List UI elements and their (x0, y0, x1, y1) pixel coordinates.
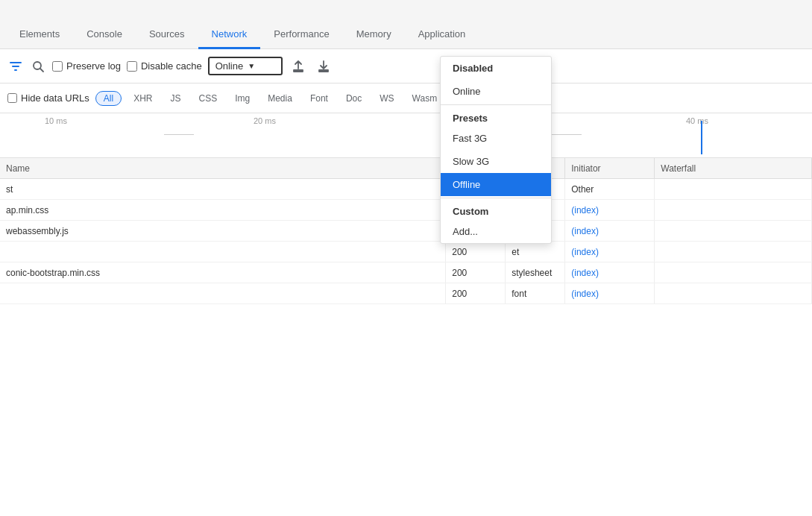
tab-network[interactable]: Network (198, 21, 261, 49)
initiator-link[interactable]: (index) (571, 205, 599, 215)
tab-performance[interactable]: Performance (260, 21, 342, 49)
dropdown-item-slow3g[interactable]: Slow 3G (441, 150, 551, 173)
td-status: 200 (446, 242, 506, 262)
filter-all-button[interactable]: All (95, 91, 122, 106)
disable-cache-label: Disable cache (141, 60, 202, 72)
dropdown-item-add[interactable]: Add... (441, 220, 551, 243)
td-initiator: (index) (565, 283, 655, 303)
td-name: st (0, 179, 446, 199)
td-initiator: Other (565, 179, 655, 199)
filter-ws[interactable]: WS (374, 92, 400, 105)
td-name: conic-bootstrap.min.css (0, 262, 446, 283)
hide-data-urls-input[interactable] (7, 93, 17, 103)
table-header: Name Status Type Initiator Waterfall (0, 158, 812, 179)
preserve-log-input[interactable] (52, 61, 63, 72)
initiator-link[interactable]: (index) (571, 268, 599, 278)
td-type: font (506, 283, 565, 303)
svg-line-1 (40, 69, 43, 72)
td-initiator: (index) (565, 200, 655, 220)
disable-cache-checkbox[interactable]: Disable cache (127, 60, 202, 72)
td-type: et (506, 242, 565, 262)
filter-doc[interactable]: Doc (340, 92, 368, 105)
th-initiator: Initiator (565, 158, 655, 178)
dropdown-divider-2 (441, 198, 551, 198)
table-row[interactable]: conic-bootstrap.min.css 200 stylesheet (… (0, 262, 812, 283)
filter-js[interactable]: JS (164, 92, 186, 105)
td-initiator: (index) (565, 221, 655, 241)
filter-wasm[interactable]: Wasm (406, 92, 444, 105)
table-row[interactable]: ap.min.css 200 et (index) (0, 200, 812, 221)
th-name: Name (0, 158, 446, 178)
td-waterfall (655, 179, 812, 199)
td-name: ap.min.css (0, 200, 446, 220)
dropdown-divider (441, 104, 551, 105)
hide-data-urls-label: Hide data URLs (21, 92, 89, 104)
table-row[interactable]: st 200 nt Other (0, 179, 812, 200)
dropdown-item-offline[interactable]: Offline (441, 173, 551, 196)
dropdown-item-disabled[interactable]: Disabled (441, 57, 551, 80)
tab-console[interactable]: Console (73, 21, 136, 49)
throttling-dropdown: Disabled Online Presets Fast 3G Slow 3G … (440, 56, 552, 244)
tick-20ms: 20 ms (254, 116, 276, 125)
tick-10ms: 10 ms (45, 116, 67, 125)
table-row[interactable]: 200 et (index) (0, 242, 812, 262)
filter-icon[interactable] (7, 58, 24, 75)
preserve-log-checkbox[interactable]: Preserve log (52, 60, 121, 72)
td-waterfall (655, 200, 812, 220)
initiator-link[interactable]: (index) (571, 226, 599, 236)
filter-img[interactable]: Img (229, 92, 256, 105)
td-initiator: (index) (565, 242, 655, 262)
filter-font[interactable]: Font (304, 92, 334, 105)
td-waterfall (655, 221, 812, 241)
filter-xhr[interactable]: XHR (128, 92, 158, 105)
filter-row: Hide data URLs All XHR JS CSS Img Media … (0, 84, 812, 113)
tab-memory[interactable]: Memory (343, 21, 405, 49)
timeline-segment-1 (164, 134, 194, 135)
dropdown-section-custom: Custom (441, 200, 551, 220)
dropdown-item-fast3g[interactable]: Fast 3G (441, 127, 551, 150)
upload-button[interactable] (289, 57, 308, 76)
hide-data-urls-checkbox[interactable]: Hide data URLs (7, 92, 89, 104)
td-status: 200 (446, 283, 506, 303)
tab-elements[interactable]: Elements (6, 21, 73, 49)
dropdown-item-online[interactable]: Online (441, 80, 551, 103)
dropdown-section-presets: Presets (441, 107, 551, 127)
table-row[interactable]: webassembly.js 200 (index) (0, 221, 812, 242)
download-button[interactable] (314, 57, 333, 76)
th-waterfall: Waterfall (655, 158, 812, 178)
tick-40ms: 40 ms (686, 116, 708, 125)
online-label: Online (215, 60, 244, 72)
td-name: webassembly.js (0, 221, 446, 241)
td-waterfall (655, 283, 812, 303)
td-waterfall (655, 242, 812, 262)
initiator-link[interactable]: (index) (571, 247, 599, 257)
preserve-log-label: Preserve log (66, 60, 121, 72)
filter-media[interactable]: Media (262, 92, 298, 105)
tab-bar: Elements Console Sources Network Perform… (0, 0, 812, 49)
table-row[interactable]: 200 font (index) (0, 283, 812, 304)
timeline-cursor (701, 121, 702, 154)
initiator-link[interactable]: (index) (571, 289, 599, 299)
td-initiator: (index) (565, 262, 655, 283)
toolbar: Preserve log Disable cache Online ▼ (0, 49, 812, 84)
timeline-segment-2 (552, 134, 582, 135)
filter-css[interactable]: CSS (192, 92, 223, 105)
disable-cache-input[interactable] (127, 61, 137, 72)
td-status: 200 (446, 262, 506, 283)
td-name (0, 283, 446, 303)
table-body: st 200 nt Other ap.min.css 200 et (index… (0, 179, 812, 304)
td-waterfall (655, 262, 812, 283)
td-name (0, 242, 446, 262)
dropdown-arrow-icon: ▼ (248, 62, 255, 70)
tab-application[interactable]: Application (405, 21, 479, 49)
tab-sources[interactable]: Sources (136, 21, 198, 49)
timeline-area: 10 ms 20 ms 40 ms (0, 113, 812, 158)
online-dropdown[interactable]: Online ▼ (208, 57, 283, 75)
search-icon[interactable] (30, 58, 46, 75)
td-type: stylesheet (506, 262, 565, 283)
